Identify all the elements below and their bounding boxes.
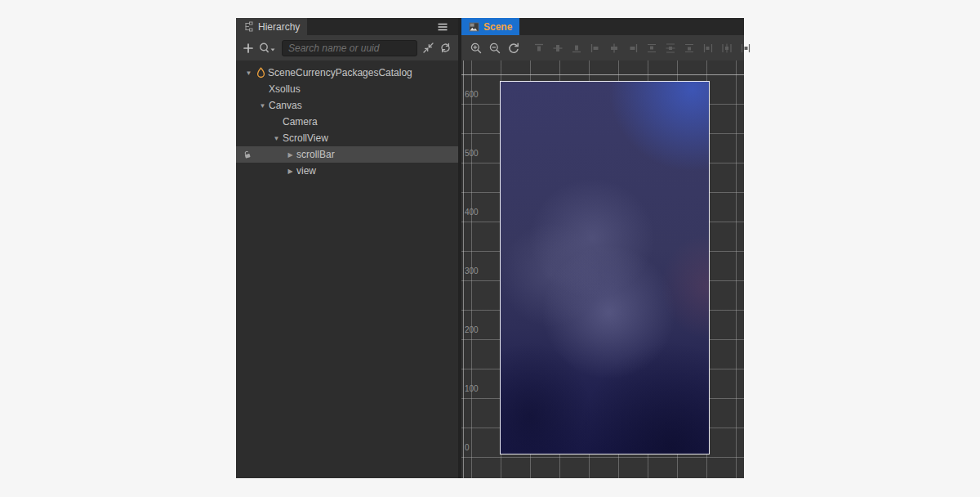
distribute-left-button[interactable] — [702, 41, 715, 56]
distribute-top-button[interactable] — [645, 41, 658, 56]
align-bottom-button[interactable] — [570, 41, 583, 56]
align-left-button[interactable] — [589, 41, 602, 56]
ruler-label-100: 100 — [465, 385, 479, 393]
ruler-label-0: 0 — [465, 444, 470, 452]
tree-node-label: view — [296, 163, 316, 179]
align-h-center-button[interactable] — [608, 41, 621, 56]
align-v-center-button[interactable] — [551, 41, 564, 56]
refresh-button[interactable] — [439, 42, 452, 54]
align-top-icon — [533, 43, 545, 54]
expand-arrow-icon[interactable]: ▼ — [258, 97, 267, 114]
distribute-v-center-button[interactable] — [664, 41, 677, 56]
tree-node-label: SceneCurrencyPackagesCatalog — [268, 65, 412, 81]
lock-open-icon[interactable] — [243, 150, 252, 159]
tree-node-view[interactable]: ▶view — [236, 163, 458, 179]
tree-node-label: scrollBar — [296, 146, 335, 163]
align-right-button[interactable] — [626, 41, 639, 56]
editor-window: Hierarchy ▼SceneCurrencyPackagesCatalogX… — [236, 18, 744, 478]
scene-viewport[interactable]: 6005004003002001000 — [461, 60, 744, 478]
scene-image-icon — [469, 22, 479, 32]
search-filter-button[interactable] — [259, 42, 277, 54]
tree-node-label: Canvas — [269, 97, 302, 114]
tree-node-Xsollus[interactable]: Xsollus — [236, 81, 458, 97]
ruler-label-200: 200 — [465, 326, 479, 334]
distribute-h-center-button[interactable] — [720, 41, 733, 56]
hierarchy-tab-label: Hierarchy — [258, 21, 300, 33]
ruler-label-600: 600 — [465, 91, 479, 99]
ruler-label-300: 300 — [465, 267, 479, 275]
tree-node-label: Camera — [283, 114, 318, 130]
ruler-baseline-horizontal — [461, 74, 744, 75]
distribute-right-button[interactable] — [739, 41, 752, 56]
scene-tab-label: Scene — [483, 21, 512, 33]
tree-node-Camera[interactable]: Camera — [236, 114, 458, 130]
distribute-h-center-icon — [721, 43, 733, 54]
collapse-all-button[interactable] — [422, 42, 434, 54]
hierarchy-tabbar: Hierarchy — [236, 18, 458, 35]
align-right-icon — [627, 43, 639, 54]
scene-panel: Scene 6005004003002001000 — [461, 18, 744, 478]
align-top-button[interactable] — [532, 41, 546, 56]
align-h-center-icon — [608, 43, 620, 54]
hierarchy-tree-icon — [243, 21, 254, 32]
tree-node-ScrollView[interactable]: ▼ScrollView — [236, 130, 458, 146]
distribute-left-icon — [702, 43, 714, 54]
distribute-top-icon — [646, 43, 657, 54]
scene-canvas-preview[interactable] — [500, 81, 710, 454]
expand-arrow-icon[interactable]: ▶ — [286, 146, 295, 163]
align-bottom-icon — [571, 43, 582, 54]
ruler-label-400: 400 — [465, 208, 479, 217]
reset-view-icon — [507, 42, 520, 55]
tree-node-label: Xsollus — [269, 81, 301, 97]
tab-hierarchy[interactable]: Hierarchy — [236, 18, 307, 35]
ruler-baseline-vertical — [463, 60, 464, 478]
scene-toolbar — [461, 35, 744, 60]
tree-node-SceneCurrencyPackagesCatalog[interactable]: ▼SceneCurrencyPackagesCatalog — [236, 65, 458, 81]
align-left-icon — [590, 43, 601, 54]
scene-flame-icon — [255, 67, 266, 78]
search-input[interactable] — [282, 40, 417, 56]
zoom-in-button[interactable] — [470, 41, 483, 56]
zoom-out-icon — [488, 42, 501, 55]
hierarchy-panel: Hierarchy ▼SceneCurrencyPackagesCatalogX… — [236, 18, 458, 478]
hierarchy-menu-button[interactable] — [437, 18, 448, 35]
expand-arrow-icon[interactable]: ▼ — [272, 130, 281, 146]
add-node-button[interactable] — [243, 43, 254, 54]
expand-arrow-icon[interactable]: ▶ — [286, 163, 295, 179]
tree-node-Canvas[interactable]: ▼Canvas — [236, 97, 458, 114]
zoom-out-button[interactable] — [488, 41, 501, 56]
hierarchy-tree: ▼SceneCurrencyPackagesCatalogXsollus▼Can… — [236, 60, 458, 478]
reset-view-button[interactable] — [507, 41, 520, 56]
scene-tabbar: Scene — [461, 18, 744, 35]
distribute-bottom-button[interactable] — [683, 41, 696, 56]
align-v-center-icon — [552, 43, 564, 54]
ruler-label-500: 500 — [465, 150, 479, 158]
expand-arrow-icon[interactable]: ▼ — [244, 65, 253, 81]
tree-node-scrollBar[interactable]: ▶scrollBar — [236, 146, 458, 163]
distribute-v-center-icon — [665, 43, 676, 54]
hierarchy-toolbar — [236, 35, 458, 60]
tree-node-label: ScrollView — [283, 130, 328, 146]
distribute-bottom-icon — [684, 43, 695, 54]
zoom-in-icon — [470, 42, 483, 55]
distribute-right-icon — [740, 43, 751, 54]
menu-icon — [437, 22, 448, 32]
tab-scene[interactable]: Scene — [461, 18, 519, 35]
